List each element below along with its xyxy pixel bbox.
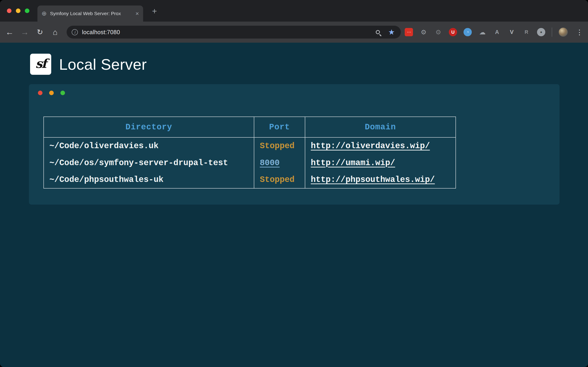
zoom-icon[interactable] — [376, 30, 380, 34]
domain-cell: http://oliverdavies.wip/ — [305, 137, 456, 154]
close-window-button[interactable] — [7, 8, 11, 13]
tab-title: Symfony Local Web Server: Prox — [50, 11, 133, 16]
tab-close-icon[interactable]: × — [136, 10, 139, 17]
dark-gear-extension-icon[interactable]: ⚙ — [434, 28, 442, 36]
port-cell: 8000 — [254, 154, 305, 171]
ublock-extension-icon[interactable]: U — [449, 28, 457, 36]
page-header: sf Local Server — [30, 54, 147, 75]
domain-cell: http://umami.wip/ — [305, 154, 456, 171]
v-letter-extension-icon[interactable]: V — [508, 28, 516, 36]
server-card: Directory Port Domain ~/Code/oliverdavie… — [29, 84, 560, 205]
domain-link[interactable]: http://oliverdavies.wip/ — [311, 141, 430, 151]
globe-favicon-icon: ⊕ — [42, 10, 47, 17]
domain-link[interactable]: http://phpsouthwales.wip/ — [311, 175, 435, 184]
directory-cell: ~/Code/os/symfony-server-drupal-test — [44, 154, 254, 171]
r-letter-extension-icon[interactable]: R — [522, 28, 531, 36]
port-status: Stopped — [260, 175, 294, 184]
cloud-extension-icon[interactable]: ☁ — [478, 28, 486, 36]
home-icon[interactable]: ⌂ — [48, 22, 62, 43]
table-row: ~/Code/os/symfony-server-drupal-test 800… — [44, 154, 456, 171]
red-grid-extension-icon[interactable]: ⋯ — [405, 28, 413, 36]
bookmark-star-icon[interactable]: ★ — [388, 28, 395, 36]
extensions-row: ⋯ ⚙ ⚙ U ◔ ☁ A V R ● ⋮ — [405, 22, 585, 43]
table-row: ~/Code/oliverdavies.uk Stopped http://ol… — [44, 137, 456, 154]
symfony-logo: sf — [30, 54, 51, 75]
toolbar-divider — [552, 27, 552, 37]
reload-icon[interactable]: ↻ — [33, 22, 47, 43]
page-content: sf Local Server Directory Port Domain — [0, 43, 588, 367]
url-text[interactable]: localhost:7080 — [82, 29, 120, 35]
column-header-directory: Directory — [44, 117, 254, 137]
zoom-window-button[interactable] — [25, 8, 29, 13]
profile-avatar[interactable] — [559, 27, 568, 37]
blue-circle-extension-icon[interactable]: ◔ — [464, 28, 472, 36]
port-cell: Stopped — [254, 171, 305, 188]
address-bar[interactable]: i localhost:7080 ★ — [67, 26, 401, 39]
browser-menu-icon[interactable]: ⋮ — [574, 28, 585, 36]
table-header-row: Directory Port Domain — [44, 117, 456, 137]
window-controls — [7, 8, 29, 13]
github-extension-icon[interactable]: ● — [537, 28, 545, 36]
red-dot-icon — [38, 91, 43, 95]
forward-icon[interactable]: → — [18, 22, 32, 43]
domain-link[interactable]: http://umami.wip/ — [311, 158, 395, 168]
port-status: Stopped — [260, 141, 294, 151]
symfony-sf-glyph: sf — [35, 56, 46, 72]
minimize-window-button[interactable] — [16, 8, 20, 13]
page-title: Local Server — [59, 56, 147, 73]
new-tab-button[interactable]: + — [152, 6, 157, 16]
gear-extension-icon[interactable]: ⚙ — [419, 28, 428, 36]
browser-window: ⊕ Symfony Local Web Server: Prox × + ← →… — [0, 0, 588, 367]
directory-cell: ~/Code/phpsouthwales-uk — [44, 171, 254, 188]
card-traffic-dots — [38, 91, 65, 95]
site-info-icon[interactable]: i — [72, 29, 78, 35]
browser-tab[interactable]: ⊕ Symfony Local Web Server: Prox × — [37, 6, 143, 22]
table-row: ~/Code/phpsouthwales-uk Stopped http://p… — [44, 171, 456, 188]
column-header-port: Port — [254, 117, 305, 137]
port-link[interactable]: 8000 — [260, 158, 279, 168]
tab-strip: ⊕ Symfony Local Web Server: Prox × + — [0, 0, 588, 22]
orange-dot-icon — [49, 91, 54, 95]
back-icon[interactable]: ← — [3, 22, 17, 43]
servers-table: Directory Port Domain ~/Code/oliverdavie… — [43, 117, 456, 189]
green-dot-icon — [61, 91, 65, 95]
domain-cell: http://phpsouthwales.wip/ — [305, 171, 456, 188]
port-cell: Stopped — [254, 137, 305, 154]
a-letter-extension-icon[interactable]: A — [493, 28, 501, 36]
column-header-domain: Domain — [305, 117, 456, 137]
directory-cell: ~/Code/oliverdavies.uk — [44, 137, 254, 154]
